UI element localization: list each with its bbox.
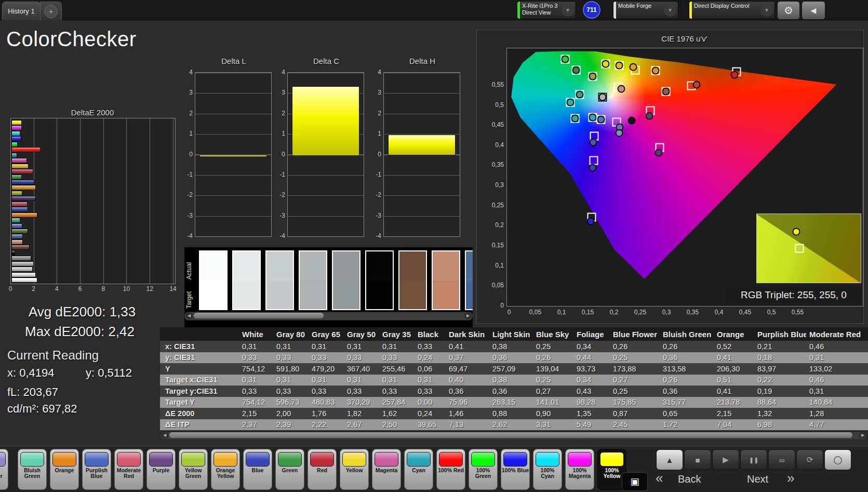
refresh-button[interactable]: ⟳ <box>796 449 823 470</box>
table-cell: 0,31 <box>239 342 273 351</box>
table-scroll-thumb[interactable] <box>169 432 852 438</box>
collapse-panel-button[interactable]: ◀ <box>802 1 825 20</box>
patch-button[interactable]: Green <box>275 449 304 490</box>
add-tab-button[interactable]: + <box>40 2 62 20</box>
de-bar <box>11 223 22 229</box>
loop-button[interactable]: ∞ <box>768 449 795 470</box>
tab-history-1[interactable]: History 1 <box>2 2 41 20</box>
meter-dropdown-probe[interactable]: X-Rite i1Pro 3Direct View ▼ <box>517 1 576 19</box>
table-cell: 0,27 <box>610 376 660 384</box>
patch-button[interactable]: Orange <box>50 449 79 490</box>
swatch-scrollbar[interactable]: ◀ ▶ <box>184 312 473 321</box>
table-cell: 0,51 <box>714 376 754 384</box>
pattern-window-button[interactable]: ▣ <box>622 472 648 491</box>
table-row: y: CIE310,330,330,330,330,330,240,370,36… <box>160 352 868 364</box>
table-cell: 0,33 <box>415 387 446 395</box>
axis-tick-label: 0,45 <box>474 121 504 128</box>
patch-button[interactable]: Yellow <box>340 449 369 490</box>
stop-button[interactable]: ■ <box>684 449 711 470</box>
table-cell: 591,80 <box>273 365 309 373</box>
patch-button[interactable]: 100% Green <box>469 449 498 490</box>
table-cell: 0,44 <box>573 353 610 362</box>
scroll-left-icon[interactable]: ◀ <box>185 312 193 319</box>
patch-button[interactable]: Moderate Red <box>114 449 143 490</box>
patch-button[interactable]: 100% Magenta <box>565 449 594 490</box>
back-chevron-icon[interactable]: « <box>656 470 663 486</box>
table-scrollbar[interactable]: ◀ ▶ <box>160 431 867 440</box>
patch-button[interactable]: Purple <box>146 449 176 490</box>
swatch-actual <box>366 251 393 281</box>
reading-fl: fL: 203,67 <box>7 385 58 399</box>
patch-label: Blue <box>244 468 272 473</box>
scroll-right-icon[interactable]: ▶ <box>859 432 866 438</box>
meter-dropdown-source[interactable]: Mobile Forge ▼ <box>613 1 678 19</box>
de-bar <box>11 272 36 277</box>
table-cell: 0,33 <box>379 387 415 395</box>
loop-icon: ∞ <box>779 456 785 464</box>
avg-de2000-readout: Avg dE2000: 1,33 <box>29 304 136 320</box>
patch-button[interactable]: Bluish Green <box>18 449 47 490</box>
patch-button[interactable]: Red <box>308 449 337 490</box>
next-chevron-icon[interactable]: » <box>787 470 794 486</box>
back-button[interactable]: Back <box>678 473 701 485</box>
axis-tick-label: 4 <box>368 69 381 76</box>
table-cell: 0,26 <box>660 342 714 351</box>
settings-button[interactable]: ⚙ <box>777 1 800 20</box>
axis-tick-label: 3 <box>179 89 193 96</box>
axis-tick-label: -1 <box>272 171 285 178</box>
swatch-cell: Dark Skin <box>398 250 427 319</box>
de-bar <box>11 158 27 163</box>
patch-button[interactable]: 100% Blue <box>501 449 530 490</box>
cie-title: CIE 1976 u'v' <box>506 34 862 43</box>
chevron-left-icon: ◀ <box>811 6 817 15</box>
measured-point <box>562 56 569 63</box>
table-cell: 98,28 <box>573 398 610 406</box>
measured-point <box>572 66 580 74</box>
swatch-scroll-thumb[interactable] <box>194 313 324 318</box>
swatch-actual <box>266 251 293 281</box>
meter-line2: Direct View <box>522 9 559 16</box>
patch-button[interactable]: Purplish Blue <box>82 449 111 490</box>
patch-button[interactable]: 100% Cyan <box>533 449 562 490</box>
measured-point <box>616 129 623 137</box>
chevron-up-button[interactable]: ▲ <box>656 449 683 470</box>
patch-button[interactable]: Cyan <box>404 449 433 490</box>
swatch-actual <box>233 251 260 281</box>
patch-label: Blue Flower <box>0 468 8 479</box>
stop-icon: ■ <box>695 456 700 464</box>
table-header-row: WhiteGray 80Gray 65Gray 50Gray 35BlackDa… <box>160 327 868 341</box>
axis-tick-label: -4 <box>272 232 285 240</box>
patch-color <box>310 452 334 467</box>
meter-dropdown-display[interactable]: Direct Display Control ▼ <box>689 1 775 19</box>
swatch-target <box>300 281 326 310</box>
max-de2000-readout: Max dE2000: 2,42 <box>25 324 135 340</box>
swatch-actual <box>333 251 359 281</box>
table-cell: 0,40 <box>446 376 489 384</box>
scroll-right-icon[interactable]: ▶ <box>464 312 472 319</box>
measured-point <box>589 73 596 81</box>
play-button[interactable]: ▶ <box>712 449 739 470</box>
axis-tick-label: 0,15 <box>582 309 594 316</box>
row-label: Target y:CIE31 <box>160 387 239 395</box>
de-bar <box>11 212 37 218</box>
measured-point <box>692 81 700 88</box>
patch-button[interactable]: 100% Red <box>436 449 465 490</box>
patch-button[interactable]: Blue <box>243 449 272 490</box>
patch-button[interactable]: Yellow Green <box>179 449 208 490</box>
table-cell: 0,33 <box>344 353 379 362</box>
scroll-left-icon[interactable]: ◀ <box>161 432 168 438</box>
patch-color <box>375 452 398 467</box>
patch-button[interactable]: Blue Flower <box>0 449 8 490</box>
next-button[interactable]: Next <box>747 473 768 485</box>
table-cell: 0,34 <box>573 342 610 351</box>
de-bar <box>11 147 41 152</box>
patch-button[interactable]: Orange Yellow <box>211 449 240 490</box>
column-header: Black <box>415 330 446 339</box>
pause-button[interactable]: ❚❚ <box>740 449 767 470</box>
patch-color <box>20 452 44 467</box>
record-button[interactable]: ◯ <box>824 449 851 470</box>
measured-point <box>586 218 594 225</box>
color-swatch <box>232 250 261 310</box>
patch-button[interactable]: Magenta <box>372 449 401 490</box>
reading-count-badge[interactable]: 711 <box>583 1 600 19</box>
